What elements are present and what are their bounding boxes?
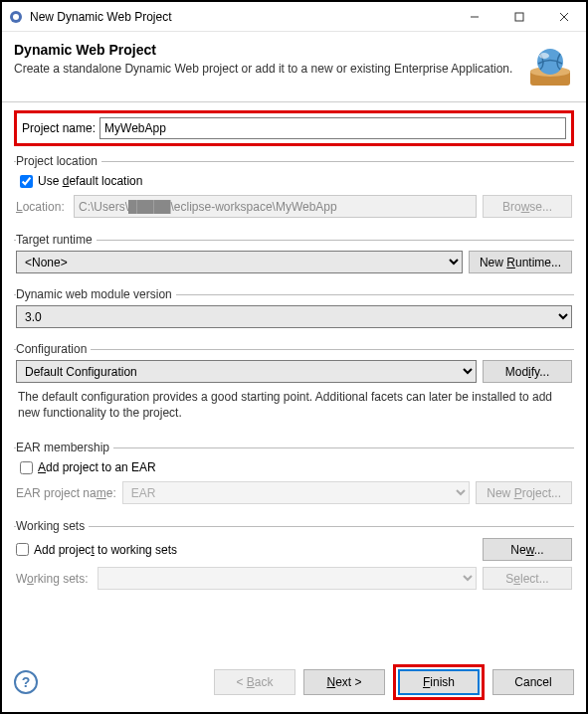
minimize-button[interactable] bbox=[452, 2, 496, 31]
configuration-select[interactable]: Default Configuration bbox=[16, 360, 477, 383]
browse-button: Browse... bbox=[483, 195, 572, 218]
finish-button[interactable]: Finish bbox=[398, 669, 480, 695]
new-working-set-button[interactable]: New... bbox=[483, 538, 572, 561]
working-sets-legend: Working sets bbox=[16, 519, 89, 533]
location-label: Location: bbox=[16, 200, 68, 214]
svg-rect-3 bbox=[515, 13, 523, 21]
target-runtime-select[interactable]: <None> bbox=[16, 251, 463, 273]
ear-project-select: EAR bbox=[122, 481, 471, 504]
add-to-working-sets-label: Add project to working sets bbox=[34, 543, 177, 557]
finish-highlight: Finish bbox=[393, 664, 485, 700]
module-version-select[interactable]: 3.0 bbox=[16, 305, 572, 328]
target-runtime-legend: Target runtime bbox=[16, 233, 97, 247]
working-sets-group: Working sets Add project to working sets… bbox=[14, 519, 574, 599]
ear-project-label: EAR project name: bbox=[16, 486, 116, 500]
project-name-input[interactable] bbox=[99, 117, 566, 139]
new-ear-project-button: New Project... bbox=[476, 481, 572, 504]
select-working-sets-button: Select... bbox=[483, 567, 572, 590]
wizard-footer: ? < Back Next > Finish Cancel bbox=[2, 654, 586, 712]
svg-point-9 bbox=[539, 53, 549, 59]
add-to-ear-label: Add project to an EAR bbox=[38, 460, 156, 474]
target-runtime-group: Target runtime <None> New Runtime... bbox=[14, 233, 574, 281]
back-button: < Back bbox=[214, 669, 295, 695]
project-location-legend: Project location bbox=[16, 154, 101, 168]
working-sets-select bbox=[98, 567, 477, 590]
configuration-legend: Configuration bbox=[16, 342, 91, 356]
project-name-row: Project name: bbox=[14, 110, 574, 146]
working-sets-label: Working sets: bbox=[16, 572, 92, 586]
project-location-group: Project location Use default location Lo… bbox=[14, 154, 574, 227]
ear-membership-group: EAR membership Add project to an EAR EAR… bbox=[14, 441, 574, 513]
titlebar: New Dynamic Web Project bbox=[2, 2, 586, 32]
wizard-banner-icon bbox=[526, 42, 574, 89]
app-icon bbox=[8, 9, 24, 25]
use-default-location-checkbox[interactable] bbox=[20, 175, 33, 188]
configuration-description: The default configuration provides a goo… bbox=[16, 383, 572, 427]
configuration-group: Configuration Default Configuration Modi… bbox=[14, 342, 574, 435]
page-subtitle: Create a standalone Dynamic Web project … bbox=[14, 62, 516, 76]
add-to-working-sets-checkbox[interactable] bbox=[16, 543, 29, 556]
module-version-legend: Dynamic web module version bbox=[16, 287, 176, 301]
cancel-button[interactable]: Cancel bbox=[492, 669, 574, 695]
window-controls bbox=[452, 2, 586, 31]
new-runtime-button[interactable]: New Runtime... bbox=[469, 251, 572, 273]
ear-membership-legend: EAR membership bbox=[16, 441, 113, 454]
add-to-ear-checkbox[interactable] bbox=[20, 461, 33, 474]
modify-button[interactable]: Modify... bbox=[483, 360, 572, 383]
close-button[interactable] bbox=[541, 2, 586, 31]
project-name-label: Project name: bbox=[22, 121, 96, 135]
svg-point-1 bbox=[13, 14, 19, 20]
location-input bbox=[74, 195, 477, 218]
wizard-header: Dynamic Web Project Create a standalone … bbox=[2, 32, 586, 102]
module-version-group: Dynamic web module version 3.0 bbox=[14, 287, 574, 336]
next-button[interactable]: Next > bbox=[303, 669, 385, 695]
window-title: New Dynamic Web Project bbox=[30, 10, 452, 24]
maximize-button[interactable] bbox=[496, 2, 541, 31]
use-default-location-label: Use default location bbox=[38, 174, 142, 188]
help-icon[interactable]: ? bbox=[14, 670, 38, 694]
page-title: Dynamic Web Project bbox=[14, 42, 516, 58]
